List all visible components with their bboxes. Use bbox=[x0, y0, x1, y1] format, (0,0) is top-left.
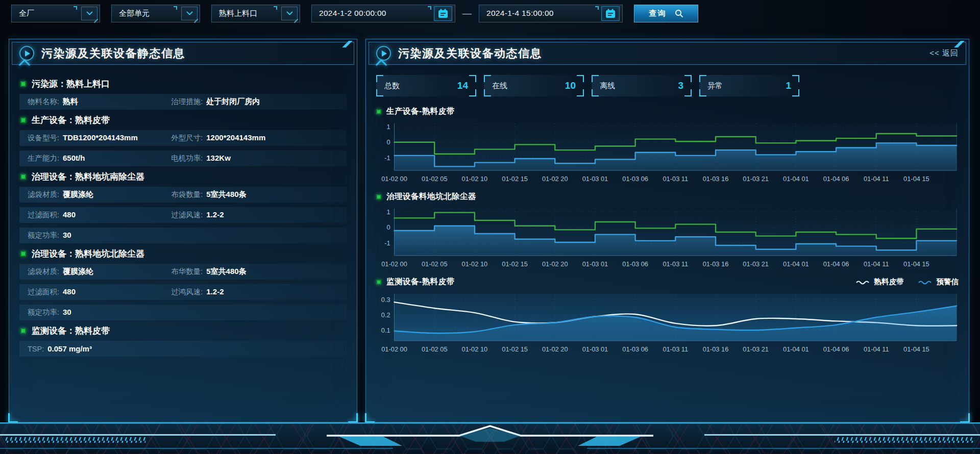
svg-text:01-03 21: 01-03 21 bbox=[743, 345, 769, 353]
svg-text:01-03 01: 01-03 01 bbox=[582, 345, 608, 353]
footer-decoration bbox=[0, 422, 980, 454]
svg-text:01-04 15: 01-04 15 bbox=[903, 260, 929, 268]
svg-text:01-02 15: 01-02 15 bbox=[502, 345, 528, 353]
query-button[interactable]: 查询 bbox=[634, 5, 698, 22]
field-value: 1.2-2 bbox=[206, 287, 224, 296]
dynamic-panel-title: 污染源及关联设备动态信息 bbox=[398, 46, 542, 61]
group-production-equipment: 生产设备：熟料皮带 设备型号:TDB1200*204143mm 外型尺寸:120… bbox=[19, 114, 347, 166]
plant-select-value: 全厂 bbox=[19, 9, 34, 18]
svg-text:01-03 11: 01-03 11 bbox=[663, 345, 688, 353]
info-row: 滤袋材质:覆膜涤纶 布华数量:5室共480条 bbox=[19, 264, 347, 280]
stat-value: 1 bbox=[786, 80, 791, 91]
stat-value: 3 bbox=[678, 80, 683, 91]
svg-text:01-04 11: 01-04 11 bbox=[864, 260, 889, 268]
svg-text:01-02 00: 01-02 00 bbox=[381, 260, 407, 268]
static-panel-header: 污染源及关联设备静态信息 bbox=[12, 42, 354, 65]
svg-text:01-02 20: 01-02 20 bbox=[542, 175, 568, 183]
plant-select[interactable]: 全厂 bbox=[11, 5, 100, 22]
chevron-down-icon[interactable] bbox=[281, 7, 298, 20]
dynamic-panel-header: 污染源及关联设备动态信息 << 返回 bbox=[369, 42, 966, 65]
svg-text:01-03 11: 01-03 11 bbox=[663, 175, 688, 183]
svg-text:01-04 01: 01-04 01 bbox=[783, 175, 809, 183]
svg-text:1: 1 bbox=[386, 123, 390, 131]
source-select[interactable]: 熟料上料口 bbox=[211, 5, 300, 22]
info-row: 生产能力:650t/h 电机功率:132Kw bbox=[19, 150, 347, 166]
group-heading-text: 污染源：熟料上料口 bbox=[32, 78, 110, 90]
group-heading-text: 生产设备：熟料皮带 bbox=[32, 114, 110, 126]
field-value: 480 bbox=[63, 210, 76, 219]
svg-text:01-02 10: 01-02 10 bbox=[462, 345, 488, 353]
svg-text:01-02 15: 01-02 15 bbox=[502, 260, 528, 268]
svg-text:01-04 06: 01-04 06 bbox=[823, 345, 849, 353]
svg-text:01-03 16: 01-03 16 bbox=[703, 345, 729, 353]
svg-text:01-02 05: 01-02 05 bbox=[422, 260, 448, 268]
field-label: TSP: bbox=[28, 345, 44, 353]
green-square-icon bbox=[20, 117, 26, 123]
chart-production-equipment: 生产设备-熟料皮带 10-101-02 0001-02 0501-02 1001… bbox=[376, 106, 961, 185]
svg-text:01-03 11: 01-03 11 bbox=[663, 260, 688, 268]
field-value: 480 bbox=[63, 287, 76, 296]
info-row: 设备型号:TDB1200*204143mm 外型尺寸:1200*204143mm bbox=[19, 130, 347, 146]
svg-text:01-02 20: 01-02 20 bbox=[542, 260, 568, 268]
svg-text:01-03 16: 01-03 16 bbox=[703, 260, 729, 268]
chart-treatment-equipment: 治理设备料地坑北除尘器 10-101-02 0001-02 0501-02 10… bbox=[376, 191, 961, 270]
svg-text:0: 0 bbox=[386, 223, 390, 231]
calendar-icon[interactable] bbox=[601, 6, 620, 21]
svg-text:0: 0 bbox=[386, 138, 390, 146]
svg-text:0.2: 0.2 bbox=[381, 311, 390, 319]
svg-text:01-03 06: 01-03 06 bbox=[622, 345, 648, 353]
static-info-list: 污染源：熟料上料口 物料名称:熟料 治理措施:处于封闭厂房内 生产设备：熟料皮带… bbox=[9, 67, 357, 357]
field-label: 过滤面积: bbox=[28, 210, 59, 220]
group-heading: 治理设备：熟料地坑北除尘器 bbox=[20, 248, 347, 260]
svg-text:01-02 00: 01-02 00 bbox=[381, 175, 407, 183]
chart-head: 治理设备料地坑北除尘器 bbox=[376, 191, 961, 202]
date-from-field[interactable]: 2024-1-2 00:00:00 bbox=[311, 5, 455, 22]
green-square-icon bbox=[20, 251, 26, 257]
field-label: 过滤面积: bbox=[28, 287, 59, 297]
info-row: 滤袋材质:覆膜涤纶 布袋数量:5室共480条 bbox=[19, 187, 347, 203]
stat-card-online: 在线 10 bbox=[484, 75, 584, 96]
svg-text:-1: -1 bbox=[384, 154, 390, 162]
chart-head: 生产设备-熟料皮带 bbox=[376, 106, 961, 117]
green-square-icon bbox=[376, 109, 381, 114]
date-to-field[interactable]: 2024-1-4 15:00:00 bbox=[479, 5, 623, 22]
svg-text:0.1: 0.1 bbox=[381, 326, 390, 334]
field-label: 生产能力: bbox=[28, 154, 59, 163]
field-value: 0.057 mg/m³ bbox=[47, 344, 92, 353]
group-pollution-source: 污染源：熟料上料口 物料名称:熟料 治理措施:处于封闭厂房内 bbox=[19, 78, 347, 110]
wave-line-icon bbox=[918, 280, 932, 285]
svg-text:01-04 15: 01-04 15 bbox=[903, 345, 929, 353]
svg-text:01-04 01: 01-04 01 bbox=[783, 260, 809, 268]
toolbar: 全厂 全部单元 熟料上料口 2024-1-2 00:00:00 — 2024 bbox=[11, 4, 698, 22]
chart-canvas-production: 10-101-02 0001-02 0501-02 1001-02 1501-0… bbox=[376, 118, 961, 185]
chevron-down-icon[interactable] bbox=[81, 7, 97, 20]
field-value: 650t/h bbox=[63, 154, 85, 162]
calendar-icon[interactable] bbox=[434, 6, 452, 21]
svg-text:1: 1 bbox=[386, 208, 390, 216]
group-heading: 治理设备：熟料地坑南除尘器 bbox=[20, 171, 347, 183]
wave-line-icon bbox=[856, 280, 870, 285]
green-square-icon bbox=[376, 280, 381, 285]
legend-item-belt: 熟料皮带 bbox=[856, 277, 904, 287]
chevron-down-icon[interactable] bbox=[181, 7, 198, 20]
svg-text:01-03 06: 01-03 06 bbox=[622, 260, 648, 268]
field-value: 处于封闭厂房内 bbox=[206, 97, 260, 107]
svg-text:01-02 10: 01-02 10 bbox=[462, 260, 488, 268]
stat-value: 14 bbox=[457, 80, 468, 91]
source-select-value: 熟料上料口 bbox=[219, 9, 257, 18]
svg-text:01-03 01: 01-03 01 bbox=[582, 175, 608, 183]
field-value: TDB1200*204143mm bbox=[63, 133, 138, 142]
field-label: 滤袋材质: bbox=[28, 267, 59, 276]
field-value: 覆膜涤纶 bbox=[63, 190, 93, 199]
back-link[interactable]: << 返回 bbox=[929, 48, 959, 58]
green-square-icon bbox=[20, 174, 26, 180]
field-label: 物料名称: bbox=[28, 97, 59, 107]
svg-text:01-04 11: 01-04 11 bbox=[864, 345, 889, 353]
field-value: 30 bbox=[63, 231, 71, 239]
unit-select[interactable]: 全部单元 bbox=[111, 5, 200, 22]
svg-text:01-03 21: 01-03 21 bbox=[743, 175, 769, 183]
chart-title: 治理设备料地坑北除尘器 bbox=[386, 191, 476, 202]
info-row: 物料名称:熟料 治理措施:处于封闭厂房内 bbox=[19, 94, 347, 110]
chart-head: 监测设备-熟料皮带 熟料皮带 预警信 bbox=[376, 276, 961, 287]
svg-text:01-03 21: 01-03 21 bbox=[743, 260, 769, 268]
